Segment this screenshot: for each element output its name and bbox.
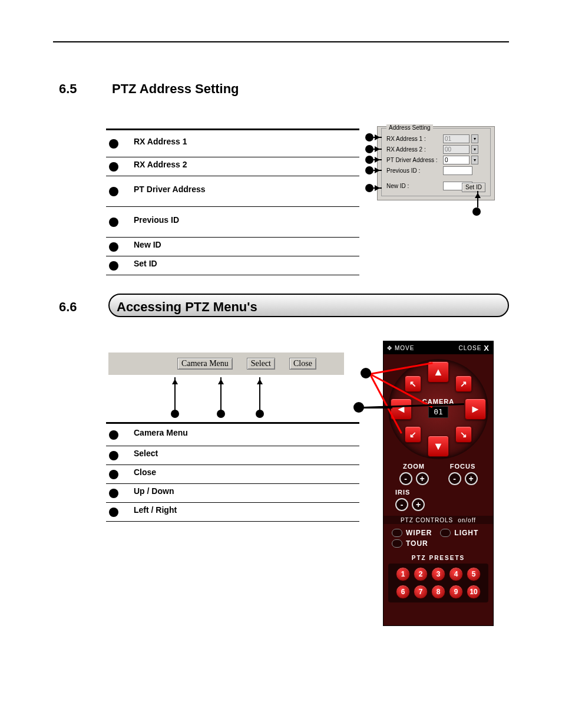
- ptz-menu-table: Camera Menu Select Close Up / Down Left …: [106, 422, 359, 522]
- pt-driver-address-input[interactable]: [443, 156, 470, 164]
- bullet-icon: [109, 187, 118, 196]
- camera-menu-label: Camera Menu: [134, 428, 188, 437]
- preset-2-button[interactable]: 2: [414, 567, 428, 581]
- ptz-upleft-button[interactable]: ↖: [405, 375, 421, 392]
- annotation-arrow: [373, 137, 382, 138]
- sec-66-number: 6.6: [59, 299, 77, 315]
- pt-driver-address-label: PT Driver Address: [134, 185, 206, 194]
- preset-10-button[interactable]: 10: [467, 585, 481, 599]
- annotation-arrow: [373, 187, 382, 189]
- focus-minus-button[interactable]: -: [448, 472, 461, 485]
- bullet-icon: [109, 470, 118, 479]
- bullet-icon: [109, 162, 118, 172]
- bullet-icon: [109, 242, 118, 252]
- ptz-close-button[interactable]: CLOSE X: [458, 344, 490, 353]
- up-down-label: Up / Down: [134, 486, 174, 496]
- bullet-icon: [109, 451, 118, 460]
- ptz-move-handle[interactable]: ✥ MOVE: [387, 345, 414, 351]
- annotation-arrow: [373, 159, 382, 160]
- bullet-icon: [109, 430, 118, 440]
- move-label: MOVE: [395, 345, 414, 351]
- preset-6-button[interactable]: 6: [396, 585, 410, 599]
- down-arrow-icon: ▼: [433, 440, 444, 453]
- bullet-icon: [109, 261, 118, 271]
- rx-address-2-input[interactable]: [443, 145, 470, 154]
- preset-4-button[interactable]: 4: [449, 567, 463, 581]
- ptz-presets-label: PTZ PRESETS: [384, 555, 493, 561]
- pt-driver-address-field-label: PT Driver Address :: [386, 157, 441, 163]
- tour-label: TOUR: [406, 539, 428, 548]
- annotation-arrow: [477, 191, 478, 207]
- dropdown-icon[interactable]: ▾: [471, 156, 478, 164]
- ptz-down-button[interactable]: ▼: [428, 436, 449, 457]
- table-row: RX Address 2: [106, 157, 359, 176]
- ptz-presets-grid: 1 2 3 4 5 6 7 8 9 10: [388, 564, 488, 602]
- plus-icon: +: [419, 474, 424, 483]
- focus-plus-button[interactable]: +: [465, 472, 478, 485]
- upright-arrow-icon: ↗: [460, 379, 467, 388]
- new-id-label: New ID: [134, 240, 161, 249]
- focus-label: FOCUS: [448, 463, 478, 470]
- right-arrow-icon: ►: [470, 403, 481, 416]
- close-icon: X: [484, 344, 490, 353]
- annotation-arrow: [259, 377, 260, 414]
- minus-icon: -: [404, 474, 407, 483]
- dropdown-icon[interactable]: ▾: [471, 145, 478, 154]
- set-id-button[interactable]: Set ID: [462, 183, 485, 192]
- left-right-label: Left / Right: [134, 505, 177, 515]
- ptz-downleft-button[interactable]: ↙: [405, 426, 421, 443]
- ptz-right-button[interactable]: ►: [465, 398, 486, 420]
- previous-id-input[interactable]: [443, 166, 472, 175]
- bullet-icon: [109, 489, 118, 498]
- preset-1-button[interactable]: 1: [396, 567, 410, 581]
- camera-menu-button[interactable]: Camera Menu: [177, 358, 233, 370]
- annotation-dot: [472, 207, 481, 216]
- up-arrow-icon: ▲: [433, 366, 444, 378]
- ptz-address-table: RX Address 1 RX Address 2 PT Driver Addr…: [106, 129, 359, 275]
- preset-8-button[interactable]: 8: [431, 585, 445, 599]
- rx-address-1-field-label: RX Address 1 :: [386, 136, 441, 142]
- bullet-icon: [109, 139, 118, 149]
- close-label: CLOSE: [458, 345, 481, 351]
- annotation-dot: [365, 156, 373, 164]
- zoom-plus-button[interactable]: +: [416, 472, 429, 485]
- move-icon: ✥: [387, 345, 392, 351]
- rx-address-1-input[interactable]: [443, 134, 470, 143]
- close-button[interactable]: Close: [289, 358, 316, 370]
- ptz-downright-button[interactable]: ↘: [455, 426, 472, 443]
- preset-7-button[interactable]: 7: [414, 585, 428, 599]
- table-row: Camera Menu: [106, 422, 359, 446]
- ptz-up-button[interactable]: ▲: [428, 361, 449, 383]
- table-row: New ID: [106, 237, 359, 256]
- iris-plus-button[interactable]: +: [412, 498, 425, 511]
- plus-icon: +: [468, 474, 473, 483]
- address-setting-legend: Address Setting: [386, 124, 433, 131]
- ptz-upright-button[interactable]: ↗: [455, 375, 472, 392]
- ptz-controls-label: PTZ CONTROLS: [401, 517, 453, 523]
- annotation-arrow: [220, 377, 222, 414]
- sec-65-number: 6.5: [59, 81, 77, 97]
- zoom-minus-button[interactable]: -: [399, 472, 412, 485]
- iris-minus-button[interactable]: -: [395, 498, 408, 511]
- table-row: RX Address 1: [106, 129, 359, 157]
- previous-id-label: Previous ID: [134, 215, 179, 225]
- address-setting-group: Address Setting RX Address 1 : ▾ RX Addr…: [381, 128, 491, 196]
- dropdown-icon[interactable]: ▾: [471, 134, 478, 143]
- set-id-label: Set ID: [134, 259, 157, 268]
- zoom-label: ZOOM: [399, 463, 429, 470]
- light-toggle[interactable]: [440, 529, 451, 537]
- new-id-field-label: New ID :: [386, 183, 441, 189]
- ptz-direction-wheel: ▲ ▼ ◄ ► ↖ ↗ ↙ ↘ CAMERA 01: [388, 359, 488, 459]
- preset-5-button[interactable]: 5: [467, 567, 481, 581]
- wiper-toggle[interactable]: [392, 529, 402, 537]
- select-button[interactable]: Select: [247, 358, 275, 370]
- preset-9-button[interactable]: 9: [449, 585, 463, 599]
- tour-toggle[interactable]: [392, 539, 402, 548]
- iris-label: IRIS: [395, 489, 425, 496]
- table-row: Select: [106, 446, 359, 465]
- preset-3-button[interactable]: 3: [431, 567, 445, 581]
- rx-address-1-label: RX Address 1: [134, 137, 187, 146]
- annotation-arrow: [174, 377, 176, 414]
- sec-66-title: Accessing PTZ Menu's: [117, 299, 257, 315]
- onoff-label: on/off: [458, 517, 476, 523]
